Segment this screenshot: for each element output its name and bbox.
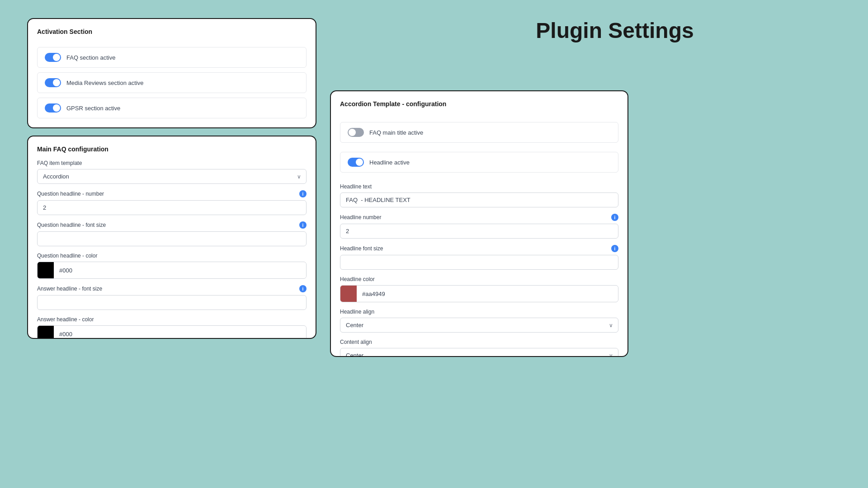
answer-color-swatch[interactable] <box>38 326 54 339</box>
answer-fontsize-group: Answer headline - font size i <box>37 285 307 310</box>
media-reviews-toggle[interactable] <box>45 78 61 87</box>
answer-color-label: Answer headline - color <box>37 316 307 323</box>
question-color-swatch[interactable] <box>38 262 54 278</box>
faq-template-group: FAQ item template Accordion List Grid <box>37 160 307 184</box>
headline-align-select[interactable]: Center Left Right <box>340 318 618 333</box>
headline-text-input[interactable] <box>340 192 618 207</box>
headline-text-group: Headline text <box>340 183 618 207</box>
question-fontsize-info-icon[interactable]: i <box>299 221 307 229</box>
headline-fontsize-info-icon[interactable]: i <box>611 245 618 252</box>
answer-color-value[interactable] <box>54 327 306 339</box>
answer-fontsize-input[interactable] <box>37 295 307 310</box>
question-fontsize-input[interactable] <box>37 231 307 246</box>
faq-toggle[interactable] <box>45 53 61 62</box>
question-color-group: Question headline - color <box>37 253 307 279</box>
answer-color-input-row <box>37 325 307 339</box>
headline-active-toggle[interactable] <box>348 158 364 167</box>
headline-number-label: Headline number i <box>340 214 618 221</box>
question-fontsize-group: Question headline - font size i <box>37 221 307 246</box>
question-number-label: Question headline - number i <box>37 190 307 197</box>
headline-fontsize-label: Headline font size i <box>340 245 618 252</box>
gpsr-toggle[interactable] <box>45 103 61 113</box>
question-color-value[interactable] <box>54 263 306 277</box>
question-color-input-row <box>37 262 307 279</box>
headline-color-swatch[interactable] <box>340 286 357 302</box>
headline-active-toggle-row: Headline active <box>340 152 618 173</box>
question-number-group: Question headline - number i <box>37 190 307 215</box>
faq-toggle-row: FAQ section active <box>37 47 307 68</box>
faq-main-title-toggle-label: FAQ main title active <box>369 129 423 136</box>
headline-active-toggle-label: Headline active <box>369 159 410 166</box>
question-color-label: Question headline - color <box>37 253 307 259</box>
main-faq-config-card: Main FAQ configuration FAQ item template… <box>27 136 316 339</box>
activation-card-title: Activation Section <box>37 28 307 35</box>
faq-main-title-toggle[interactable] <box>348 128 364 137</box>
content-align-select[interactable]: Center Left Right <box>340 348 618 357</box>
faq-toggle-label: FAQ section active <box>66 54 115 61</box>
headline-color-label: Headline color <box>340 276 618 282</box>
headline-number-input[interactable] <box>340 224 618 239</box>
content-align-label: Content align <box>340 339 618 345</box>
faq-card-title: Main FAQ configuration <box>37 145 307 153</box>
answer-fontsize-info-icon[interactable]: i <box>299 285 307 292</box>
question-number-info-icon[interactable]: i <box>299 190 307 197</box>
headline-align-select-wrapper: Center Left Right <box>340 318 618 333</box>
headline-fontsize-input[interactable] <box>340 255 618 270</box>
faq-template-select-wrapper: Accordion List Grid <box>37 169 307 184</box>
faq-template-select[interactable]: Accordion List Grid <box>37 169 307 184</box>
headline-fontsize-group: Headline font size i <box>340 245 618 270</box>
headline-number-group: Headline number i <box>340 214 618 239</box>
media-reviews-toggle-row: Media Reviews section active <box>37 72 307 93</box>
headline-text-label: Headline text <box>340 183 618 190</box>
faq-template-label: FAQ item template <box>37 160 307 166</box>
accordion-card-title: Accordion Template - configuration <box>340 100 618 108</box>
accordion-template-card: Accordion Template - configuration FAQ m… <box>330 90 628 357</box>
gpsr-toggle-row: GPSR section active <box>37 98 307 118</box>
faq-main-title-toggle-row: FAQ main title active <box>340 122 618 143</box>
content-align-select-wrapper: Center Left Right <box>340 348 618 357</box>
media-reviews-toggle-label: Media Reviews section active <box>66 80 144 86</box>
headline-color-value[interactable] <box>357 287 618 301</box>
question-number-input[interactable] <box>37 200 307 215</box>
answer-color-group: Answer headline - color <box>37 316 307 339</box>
headline-number-info-icon[interactable]: i <box>611 214 618 221</box>
headline-color-group: Headline color <box>340 276 618 302</box>
question-fontsize-label: Question headline - font size i <box>37 221 307 229</box>
headline-align-label: Headline align <box>340 309 618 315</box>
answer-fontsize-label: Answer headline - font size i <box>37 285 307 292</box>
content-align-group: Content align Center Left Right <box>340 339 618 357</box>
headline-align-group: Headline align Center Left Right <box>340 309 618 333</box>
page-title: Plugin Settings <box>362 18 868 43</box>
activation-section-card: Activation Section FAQ section active Me… <box>27 18 316 128</box>
gpsr-toggle-label: GPSR section active <box>66 105 120 112</box>
headline-color-input-row <box>340 285 618 302</box>
